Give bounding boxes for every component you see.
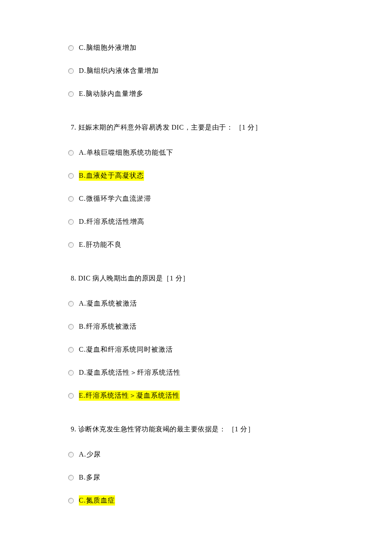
question-prompt: 7. 妊娠末期的产科意外容易诱发 DIC，主要是由于： ［1 分］ bbox=[71, 122, 392, 133]
option-row[interactable]: D.脑组织内液体含量增加 bbox=[68, 66, 392, 76]
radio-icon[interactable] bbox=[68, 68, 74, 74]
option-text: D.凝血系统活性＞纤溶系统活性 bbox=[79, 367, 181, 378]
radio-icon[interactable] bbox=[68, 324, 74, 330]
option-row[interactable]: E.脑动脉内血量增多 bbox=[68, 89, 392, 99]
radio-icon[interactable] bbox=[68, 196, 74, 202]
option-row[interactable]: C.凝血和纤溶系统同时被激活 bbox=[68, 344, 392, 355]
radio-icon[interactable] bbox=[68, 242, 74, 248]
option-row[interactable]: B.纤溶系统被激活 bbox=[68, 321, 392, 332]
option-row[interactable]: E.肝功能不良 bbox=[68, 240, 392, 250]
option-text: C.微循环学六血流淤滞 bbox=[79, 194, 151, 204]
question-prompt: 9. 诊断休克发生急性肾功能衰竭的最主要依据是： ［1 分］ bbox=[71, 424, 392, 434]
radio-icon[interactable] bbox=[68, 173, 74, 179]
option-row[interactable]: A.少尿 bbox=[68, 449, 392, 460]
option-row[interactable]: C.微循环学六血流淤滞 bbox=[68, 194, 392, 204]
radio-icon[interactable] bbox=[68, 45, 74, 51]
option-row[interactable]: B.血液处于高凝状态 bbox=[68, 171, 392, 181]
radio-icon[interactable] bbox=[68, 370, 74, 376]
option-text: A.凝血系统被激活 bbox=[79, 298, 137, 309]
option-row[interactable]: A.凝血系统被激活 bbox=[68, 298, 392, 309]
radio-icon[interactable] bbox=[68, 301, 74, 306]
option-text: D.脑组织内液体含量增加 bbox=[79, 66, 159, 76]
question-prompt: 8. DIC 病人晚期出血的原因是［1 分］ bbox=[71, 273, 392, 283]
option-row[interactable]: D.纤溶系统活性增高 bbox=[68, 217, 392, 227]
option-text: B.纤溶系统被激活 bbox=[79, 321, 137, 332]
radio-icon[interactable] bbox=[68, 498, 74, 503]
option-text: A.单核巨噬细胞系统功能低下 bbox=[79, 147, 173, 158]
option-text: D.纤溶系统活性增高 bbox=[79, 217, 144, 227]
option-row[interactable]: A.单核巨噬细胞系统功能低下 bbox=[68, 147, 392, 158]
option-text: E.纤溶系统活性＞凝血系统活性 bbox=[79, 390, 180, 401]
option-row[interactable]: C.氮质血症 bbox=[68, 495, 392, 506]
option-text: C.脑细胞外液增加 bbox=[79, 43, 137, 53]
option-text: A.少尿 bbox=[79, 449, 101, 460]
option-text: E.脑动脉内血量增多 bbox=[79, 89, 144, 99]
option-text: C.氮质血症 bbox=[79, 495, 115, 506]
radio-icon[interactable] bbox=[68, 91, 74, 97]
option-row[interactable]: C.脑细胞外液增加 bbox=[68, 43, 392, 53]
option-row[interactable]: B.多尿 bbox=[68, 472, 392, 483]
radio-icon[interactable] bbox=[68, 475, 74, 480]
radio-icon[interactable] bbox=[68, 452, 74, 457]
option-text: C.凝血和纤溶系统同时被激活 bbox=[79, 344, 173, 355]
option-row[interactable]: D.凝血系统活性＞纤溶系统活性 bbox=[68, 367, 392, 378]
option-text: E.肝功能不良 bbox=[79, 240, 122, 250]
option-row[interactable]: E.纤溶系统活性＞凝血系统活性 bbox=[68, 390, 392, 401]
option-text: B.血液处于高凝状态 bbox=[79, 171, 144, 181]
radio-icon[interactable] bbox=[68, 393, 74, 399]
radio-icon[interactable] bbox=[68, 219, 74, 225]
radio-icon[interactable] bbox=[68, 347, 74, 353]
option-text: B.多尿 bbox=[79, 472, 101, 483]
radio-icon[interactable] bbox=[68, 150, 74, 156]
